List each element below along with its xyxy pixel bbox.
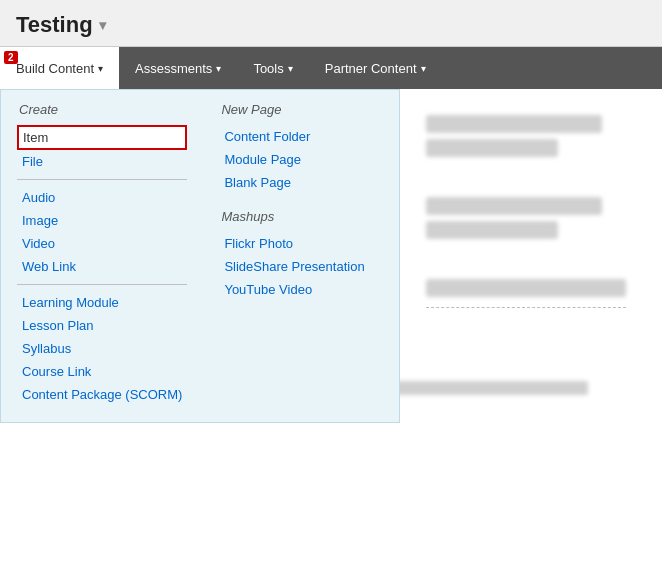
content-group-2 bbox=[426, 197, 646, 239]
create-section-title: Create bbox=[17, 102, 187, 117]
nav-arrow-build-content: ▾ bbox=[98, 63, 103, 74]
nav-arrow-tools: ▾ bbox=[288, 63, 293, 74]
dropdown-item-content-folder[interactable]: Content Folder bbox=[219, 125, 383, 148]
blurred-content-4 bbox=[426, 221, 558, 239]
nav-badge-build-content: 2 bbox=[4, 51, 18, 64]
nav-arrow-partner-content: ▾ bbox=[421, 63, 426, 74]
nav-label-build-content: Build Content bbox=[16, 61, 94, 76]
dropdown-item-slideshare[interactable]: SlideShare Presentation bbox=[219, 255, 383, 278]
nav-arrow-assessments: ▾ bbox=[216, 63, 221, 74]
content-group-3 bbox=[426, 279, 646, 308]
nav-item-assessments[interactable]: Assessments ▾ bbox=[119, 47, 237, 89]
title-text: Testing bbox=[16, 12, 93, 38]
page-header: Testing ▾ bbox=[0, 0, 662, 47]
separator bbox=[426, 307, 626, 308]
dropdown-item-weblink[interactable]: Web Link bbox=[17, 255, 187, 278]
mashups-section-title: Mashups bbox=[219, 209, 383, 224]
dropdown-item-lesson-plan[interactable]: Lesson Plan bbox=[17, 314, 187, 337]
dropdown-divider-1 bbox=[17, 179, 187, 180]
dropdown-item-scorm[interactable]: Content Package (SCORM) bbox=[17, 383, 187, 406]
nav-item-tools[interactable]: Tools ▾ bbox=[237, 47, 308, 89]
dropdown-item-blank-page[interactable]: Blank Page bbox=[219, 171, 383, 194]
dropdown-right-col: New Page Content Folder Module Page Blan… bbox=[203, 102, 399, 406]
dropdown-item-syllabus[interactable]: Syllabus bbox=[17, 337, 187, 360]
dropdown-item-item[interactable]: Item bbox=[17, 125, 187, 150]
page-title: Testing ▾ bbox=[16, 12, 646, 38]
content-group-1 bbox=[426, 115, 646, 157]
dropdown-item-file[interactable]: File bbox=[17, 150, 187, 173]
dropdown-create-col: Create Item File Audio Image Video Web L… bbox=[1, 102, 203, 406]
dropdown-item-module-page[interactable]: Module Page bbox=[219, 148, 383, 171]
blurred-content-2 bbox=[426, 139, 558, 157]
blurred-content-3 bbox=[426, 197, 602, 215]
nav-label-tools: Tools bbox=[253, 61, 283, 76]
build-content-dropdown: Create Item File Audio Image Video Web L… bbox=[0, 89, 400, 423]
nav-label-partner-content: Partner Content bbox=[325, 61, 417, 76]
dropdown-item-flickr[interactable]: Flickr Photo bbox=[219, 232, 383, 255]
blurred-content-1 bbox=[426, 115, 602, 133]
dropdown-divider-2 bbox=[17, 284, 187, 285]
navbar: 2 Build Content ▾ Create Item File Audio… bbox=[0, 47, 662, 89]
nav-item-build-content[interactable]: 2 Build Content ▾ Create Item File Audio… bbox=[0, 47, 119, 89]
dropdown-item-learning-module[interactable]: Learning Module bbox=[17, 291, 187, 314]
dropdown-item-image[interactable]: Image bbox=[17, 209, 187, 232]
dropdown-item-video[interactable]: Video bbox=[17, 232, 187, 255]
dropdown-item-course-link[interactable]: Course Link bbox=[17, 360, 187, 383]
nav-item-partner-content[interactable]: Partner Content ▾ bbox=[309, 47, 442, 89]
dropdown-item-youtube[interactable]: YouTube Video bbox=[219, 278, 383, 301]
dropdown-item-audio[interactable]: Audio bbox=[17, 186, 187, 209]
new-page-section-title: New Page bbox=[219, 102, 383, 117]
nav-label-assessments: Assessments bbox=[135, 61, 212, 76]
title-dropdown-arrow[interactable]: ▾ bbox=[99, 17, 106, 33]
blurred-content-5 bbox=[426, 279, 626, 297]
